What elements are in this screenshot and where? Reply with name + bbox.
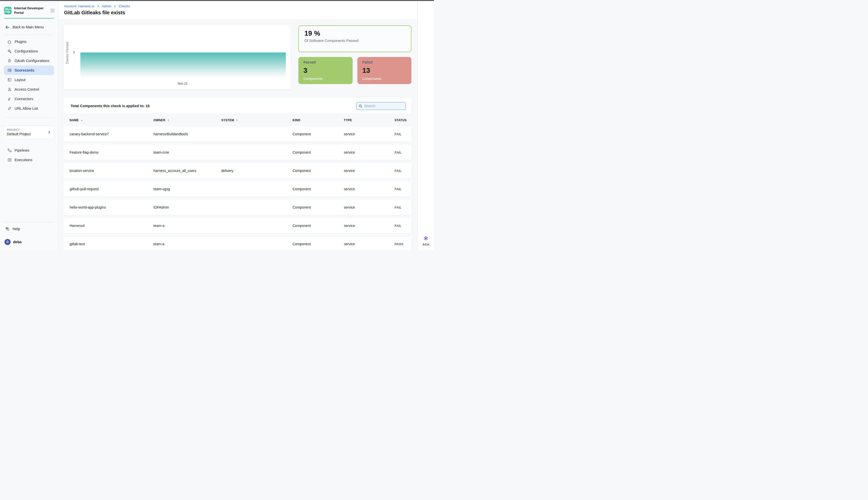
- column-header-type: TYPE: [344, 118, 394, 122]
- column-header-name[interactable]: NAME: [69, 118, 154, 122]
- table-body: canary-backend-service7 harness/Buildand…: [64, 126, 411, 250]
- sidebar-item-pipelines[interactable]: Pipelines: [4, 146, 54, 155]
- cell-type: service: [344, 169, 394, 173]
- sort-ascending-icon: [80, 119, 83, 122]
- sidebar-item-label: OAuth Configurations: [14, 59, 49, 63]
- sidebar-item-plugins[interactable]: Plugins: [4, 37, 54, 46]
- sidebar-item-access-control[interactable]: Access Control: [4, 84, 54, 94]
- chart-y-axis-label: Checks Passed: [66, 41, 69, 66]
- cell-type: service: [344, 187, 394, 191]
- sort-icon: [167, 118, 170, 122]
- sidebar-item-label: Scorecards: [14, 68, 34, 72]
- passed-count: 3: [303, 67, 348, 74]
- cell-type: service: [344, 205, 394, 209]
- help-label: Help: [13, 227, 20, 231]
- table-row[interactable]: location-service harness_account_all_use…: [64, 163, 411, 178]
- sidebar-item-executions[interactable]: Executions: [4, 155, 54, 164]
- project-nav: Pipelines Executions: [0, 146, 58, 164]
- cell-name: Feature-flag-demo: [69, 150, 154, 155]
- table-row[interactable]: hello-world-app-plugins IDPAdmin Compone…: [64, 200, 411, 215]
- arrow-left-icon: [5, 25, 10, 30]
- app-brand: Internal Developer Portal: [0, 1, 58, 15]
- puzzle-icon: [7, 39, 12, 44]
- cell-name: canary-backend-service7: [69, 132, 154, 136]
- search-input[interactable]: [364, 104, 402, 108]
- cell-system: delivery: [221, 169, 293, 173]
- cell-kind: Component: [293, 224, 344, 228]
- breadcrumb-checks-link[interactable]: Checks: [119, 4, 130, 8]
- cell-kind: Component: [293, 242, 344, 246]
- chevron-right-icon: [113, 5, 116, 8]
- cell-owner: team-a: [154, 242, 221, 246]
- cell-kind: Component: [293, 150, 344, 155]
- user-menu[interactable]: D deba: [4, 237, 54, 247]
- table-row[interactable]: Feature-flag-demo team-cme Component ser…: [64, 145, 411, 160]
- sidebar-item-configurations[interactable]: Configurations: [4, 46, 54, 56]
- cell-owner: IDPAdmin: [154, 205, 221, 209]
- sidebar-item-scorecards[interactable]: Scorecards: [4, 66, 54, 75]
- breadcrumb-admin-link[interactable]: Admin: [102, 4, 111, 8]
- cell-status: PASS: [394, 242, 408, 246]
- app-logo: [4, 7, 12, 14]
- project-selector[interactable]: PROJECT Default Project: [3, 125, 55, 139]
- brand-underline: [4, 18, 54, 19]
- search-box[interactable]: [356, 102, 406, 110]
- sidebar-item-oauth-configurations[interactable]: OAuth Configurations: [4, 56, 54, 66]
- sidebar-item-label: Executions: [14, 158, 32, 162]
- apps-grid-icon[interactable]: [51, 9, 55, 13]
- column-header-kind: KIND: [293, 118, 344, 122]
- failed-card: Failed 13 Components: [357, 57, 412, 84]
- sidebar-divider: [4, 117, 54, 117]
- chart-area-series: [80, 53, 286, 78]
- table-row[interactable]: github-pull-request team-sgsg Component …: [64, 181, 411, 196]
- sidebar-divider: [4, 35, 54, 35]
- cell-type: service: [344, 150, 394, 155]
- column-label: NAME: [69, 118, 79, 122]
- table-header-row: NAME OWNER SYSTEM KIND: [64, 114, 411, 126]
- cell-kind: Component: [293, 169, 344, 173]
- column-header-owner[interactable]: OWNER: [154, 118, 221, 122]
- help-button[interactable]: ? Help: [4, 224, 54, 234]
- stats-column: 19 % Of Software Components Passed Passe…: [298, 25, 411, 89]
- pipelines-icon: [7, 148, 12, 152]
- cell-status: FAIL: [394, 169, 408, 173]
- cell-name: location-service: [69, 169, 154, 173]
- cell-status: FAIL: [394, 187, 408, 191]
- search-icon: [359, 104, 363, 108]
- help-chat-icon: ?: [5, 227, 10, 231]
- right-rail: AIDA: [418, 1, 434, 250]
- passed-card: Passed 3 Components: [298, 57, 353, 84]
- cell-owner: team-cme: [154, 150, 221, 155]
- column-label: SYSTEM: [221, 118, 234, 122]
- sidebar-item-layout[interactable]: Layout: [4, 75, 54, 84]
- user-name: deba: [13, 240, 22, 244]
- back-to-main-menu-button[interactable]: Back to Main Menu: [4, 23, 54, 32]
- cell-type: service: [344, 224, 394, 228]
- cell-owner: harness/Buildandtools: [154, 132, 221, 136]
- cell-type: service: [344, 132, 394, 136]
- passed-unit: Components: [303, 77, 348, 81]
- lock-icon: [7, 58, 12, 63]
- cell-type: service: [344, 242, 394, 246]
- sidebar-item-label: URL Allow List: [14, 106, 38, 111]
- main-area: Account: Harness.io Admin Checks GitLab …: [58, 1, 418, 250]
- column-header-system[interactable]: SYSTEM: [221, 118, 293, 122]
- failed-label: Failed: [363, 60, 407, 64]
- sidebar-item-connectors[interactable]: Connectors: [4, 94, 54, 104]
- chart-x-tick: Nov 21: [178, 82, 188, 86]
- aida-button[interactable]: AIDA: [418, 235, 434, 246]
- sidebar-item-label: Layout: [14, 78, 26, 82]
- column-label: KIND: [293, 118, 300, 122]
- checks-passed-chart: Checks Passed 3 Nov 21: [64, 25, 291, 89]
- cell-name: Harness4: [69, 224, 154, 228]
- app-title: Internal Developer Portal: [14, 6, 48, 15]
- table-row[interactable]: Harness4 team-a Component service FAIL: [64, 218, 411, 233]
- table-row[interactable]: canary-backend-service7 harness/Buildand…: [64, 126, 411, 141]
- cell-owner: team-sgsg: [154, 187, 221, 191]
- sidebar: Internal Developer Portal Back to Main M…: [0, 1, 58, 250]
- sidebar-item-url-allow-list[interactable]: URL Allow List: [4, 104, 54, 113]
- breadcrumb-account-link[interactable]: Account: Harness.io: [64, 4, 94, 8]
- sidebar-item-label: Plugins: [14, 39, 26, 44]
- table-row[interactable]: gitlab-test team-a Component service PAS…: [64, 237, 411, 250]
- fork-arrows-icon: [7, 96, 12, 101]
